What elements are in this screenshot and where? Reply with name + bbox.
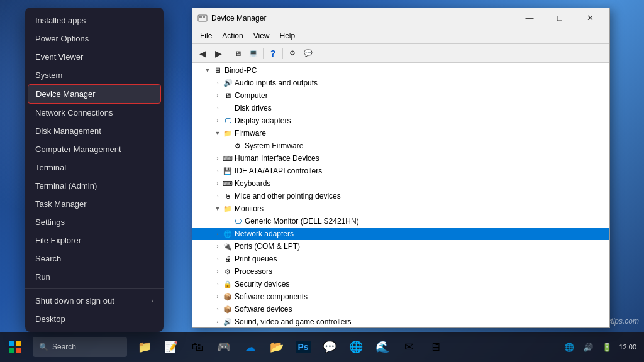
tree-print[interactable]: › 🖨 Print queues <box>192 253 609 265</box>
toolbar-icon4[interactable]: 💬 <box>301 46 316 61</box>
menu-separator <box>25 288 164 289</box>
taskbar-photoshop[interactable]: Ps <box>291 334 316 359</box>
close-button[interactable]: ✕ <box>575 9 604 27</box>
menu-item-terminal[interactable]: Terminal <box>25 158 164 177</box>
network-label: Network adapters <box>235 229 294 238</box>
tree-network[interactable]: › 🌐 Network adapters <box>192 228 609 240</box>
maximize-button[interactable]: □ <box>545 9 574 27</box>
menu-item-device-manager[interactable]: Device Manager <box>28 84 161 104</box>
titlebar: Device Manager — □ ✕ <box>192 8 609 28</box>
menu-item-task-manager[interactable]: Task Manager <box>25 195 164 213</box>
tree-firmware[interactable]: ▼ 📁 Firmware <box>192 127 609 140</box>
disk-label: Disk drives <box>235 104 272 112</box>
toolbar-icon3[interactable]: ⚙ <box>285 46 300 61</box>
menu-item-terminal-admin[interactable]: Terminal (Admin) <box>25 177 164 195</box>
tree-generic-monitor[interactable]: 🖵 Generic Monitor (DELL S2421HN) <box>192 215 609 228</box>
computer-label: Computer <box>235 91 268 100</box>
menu-item-settings[interactable]: Settings <box>25 213 164 231</box>
tree-processors[interactable]: › ⚙ Processors <box>192 265 609 278</box>
menu-item-file-explorer[interactable]: File Explorer <box>25 231 164 250</box>
tree-display[interactable]: › 🖵 Display adapters <box>192 114 609 127</box>
display-label: Display adapters <box>235 116 291 125</box>
display-icon: 🖵 <box>223 116 233 126</box>
taskbar-discord[interactable]: 💬 <box>317 334 342 359</box>
tree-hid[interactable]: › ⌨ Human Interface Devices <box>192 152 609 165</box>
start-button[interactable] <box>0 332 30 362</box>
toolbar-icon2[interactable]: 💻 <box>246 46 261 61</box>
menu-item-disk-management[interactable]: Disk Management <box>25 122 164 140</box>
tree-disk[interactable]: › — Disk drives <box>192 102 609 114</box>
menu-item-search[interactable]: Search <box>25 250 164 268</box>
root-arrow: ▼ <box>203 67 213 74</box>
toolbar-icon1[interactable]: 🖥 <box>230 46 245 61</box>
taskbar-search-bar[interactable]: 🔍 Search <box>33 337 127 357</box>
tree-software-devices[interactable]: › 📦 Software devices <box>192 303 609 315</box>
window-icon <box>197 13 208 23</box>
gmonitor-label: Generic Monitor (DELL S2421HN) <box>245 217 359 226</box>
taskbar-sticky-notes[interactable]: 📝 <box>158 334 184 359</box>
tree-mice[interactable]: › 🖱 Mice and other pointing devices <box>192 190 609 202</box>
tree-software-components[interactable]: › 📦 Software components <box>192 290 609 303</box>
tree-ports[interactable]: › 🔌 Ports (COM & LPT) <box>192 240 609 253</box>
menu-item-network-connections[interactable]: Network Connections <box>25 104 164 122</box>
menu-view[interactable]: View <box>248 30 275 42</box>
tray-time[interactable]: 12:00 <box>619 343 636 351</box>
tray-network-icon[interactable]: 🌐 <box>562 343 576 352</box>
monitors-icon: 📁 <box>223 204 233 214</box>
menu-item-system[interactable]: System <box>25 66 164 84</box>
tree-sound[interactable]: › 🔊 Sound, video and game controllers <box>192 315 609 327</box>
sound-icon: 🔊 <box>223 317 233 327</box>
taskbar-mail[interactable]: ✉ <box>396 334 421 359</box>
tree-system-firmware[interactable]: ⚙ System Firmware <box>192 140 609 152</box>
tree-computer[interactable]: › 🖥 Computer <box>192 89 609 102</box>
root-label: Binod-PC <box>225 66 257 75</box>
tree-audio[interactable]: › 🔊 Audio inputs and outputs <box>192 77 609 89</box>
taskbar-onedrive[interactable]: ☁ <box>238 334 263 359</box>
tree-monitors[interactable]: ▼ 📁 Monitors <box>192 202 609 215</box>
swdev-icon: 📦 <box>223 304 233 314</box>
menu-help[interactable]: Help <box>275 30 301 42</box>
tray-battery-icon[interactable]: 🔋 <box>600 343 614 352</box>
menu-item-desktop[interactable]: Desktop <box>25 310 164 328</box>
taskbar-edge[interactable]: 🌊 <box>370 334 395 359</box>
toolbar-help[interactable]: ? <box>265 46 280 61</box>
search-text: Search <box>52 343 76 351</box>
menu-item-event-viewer[interactable]: Event Viewer <box>25 48 164 66</box>
taskbar-file-explorer[interactable]: 📁 <box>132 334 157 359</box>
taskbar-3d[interactable]: 🎮 <box>211 334 236 359</box>
display-arrow: › <box>213 118 223 124</box>
audio-label: Audio inputs and outputs <box>235 79 318 87</box>
gmonitor-icon: 🖵 <box>233 216 243 226</box>
menu-item-installed-apps[interactable]: Installed apps <box>25 11 164 30</box>
network-icon: 🌐 <box>223 229 233 239</box>
taskbar-store[interactable]: 🛍 <box>185 334 210 359</box>
svg-rect-1 <box>199 16 202 18</box>
tree-ide[interactable]: › 💾 IDE ATA/ATAPI controllers <box>192 165 609 177</box>
menu-item-power-options[interactable]: Power Options <box>25 30 164 48</box>
menu-item-shut-down[interactable]: Shut down or sign out › <box>25 292 164 310</box>
taskbar-folder[interactable]: 📂 <box>264 334 289 359</box>
menu-action[interactable]: Action <box>217 30 248 42</box>
print-icon: 🖨 <box>223 254 233 264</box>
toolbar-forward[interactable]: ▶ <box>211 46 226 61</box>
ports-label: Ports (COM & LPT) <box>235 242 300 251</box>
tree-security[interactable]: › 🔒 Security devices <box>192 278 609 290</box>
taskbar-other[interactable]: 🖥 <box>423 334 448 359</box>
toolbar-back[interactable]: ◀ <box>195 46 210 61</box>
menu-item-run[interactable]: Run <box>25 268 164 286</box>
minimize-button[interactable]: — <box>515 9 544 27</box>
menu-item-computer-management[interactable]: Computer Management <box>25 140 164 158</box>
computer-icon: 🖥 <box>223 90 233 101</box>
root-icon: 🖥 <box>213 65 223 75</box>
taskbar-chrome[interactable]: 🌐 <box>343 334 369 359</box>
tray-volume-icon[interactable]: 🔊 <box>581 343 595 352</box>
toolbar-sep-2 <box>263 48 264 59</box>
hid-arrow: › <box>213 155 223 162</box>
tree-root[interactable]: ▼ 🖥 Binod-PC <box>192 64 609 77</box>
menu-file[interactable]: File <box>195 30 217 42</box>
computer-arrow: › <box>213 92 223 99</box>
monitors-label: Monitors <box>235 204 264 213</box>
ide-label: IDE ATA/ATAPI controllers <box>235 167 322 175</box>
taskbar-app-icons: 📁 📝 🛍 🎮 ☁ 📂 Ps 💬 � <box>132 334 448 359</box>
tree-keyboards[interactable]: › ⌨ Keyboards <box>192 177 609 190</box>
